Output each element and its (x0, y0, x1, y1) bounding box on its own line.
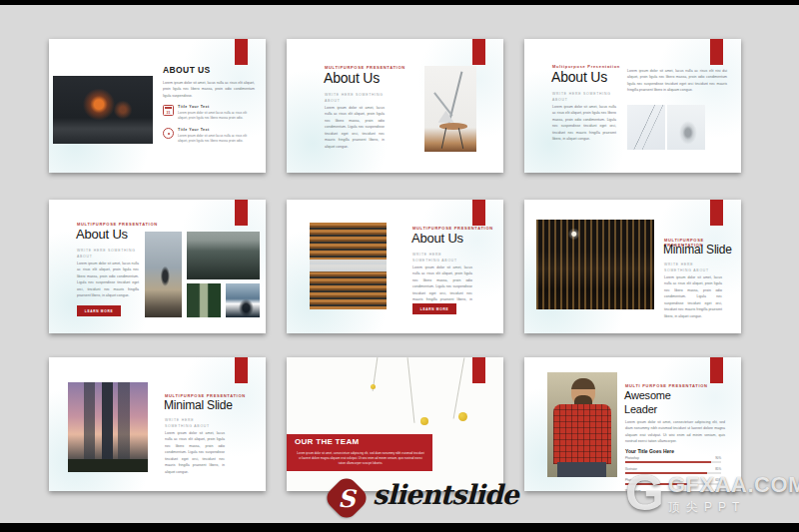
street-night-photo (53, 76, 153, 144)
slide-title: About Us (411, 232, 463, 246)
clock-icon (163, 128, 174, 139)
building-reflection-photo (310, 223, 387, 309)
flower-head (420, 417, 428, 425)
slide-title: Awesome Leader (624, 389, 686, 417)
skills-heading: Your Title Goes Here (625, 448, 674, 454)
logo-letter: S (330, 481, 364, 515)
slide-thumbnail-about-us-4[interactable]: MULTIPURPOSE PRESENTATION About Us WRITE… (49, 200, 266, 333)
slide-title: OUR THE TEAM (295, 437, 360, 446)
feature-item: 31 Title Your Text Lorem ipsum dolor sit… (163, 105, 257, 121)
skill-bar-fill (625, 461, 711, 463)
foggy-forest-photo (187, 232, 260, 279)
feature-item: Title Your Text Lorem ipsum dolor sit am… (163, 128, 257, 144)
red-accent-tab (710, 39, 723, 65)
flower-head (458, 412, 467, 421)
slide-title: About Us (324, 71, 380, 86)
plaid-shirt-man-photo (547, 372, 617, 477)
slide-thumbnail-about-us-2[interactable]: MULTIPURPOSE PRESENTATION About Us WRITE… (287, 39, 503, 173)
slide-body-text: Lorem ipsum dolor sit amet, lacus nulla … (664, 274, 722, 319)
red-accent-tab (235, 357, 248, 383)
red-accent-tab (710, 357, 723, 383)
slide-title: ABOUT US (163, 65, 211, 75)
slide-thumbnail-our-the-team[interactable]: OUR THE TEAM Lorem ipsum dolor sit amet,… (287, 357, 503, 491)
watermark-tagline: 顶尖PPT (668, 499, 799, 516)
learn-more-button: LEARN MORE (412, 303, 456, 314)
slide-subtitle: WRITE HERE SOMETHING ABOUT (664, 262, 719, 274)
calendar-day: 31 (167, 111, 171, 115)
slide-thumbnail-minimal-slide-1[interactable]: MULTIPURPOSE PRESENTATION Minimal Slide … (524, 200, 741, 333)
slide-subtitle: WRITE HERE SOMETHING ABOUT (325, 92, 387, 105)
slide-title: Minimal Slide (663, 244, 732, 257)
slide-thumbnail-about-us-5[interactable]: MULTIPURPOSE PRESENTATION About Us WRITE… (287, 200, 503, 333)
surfer-photo (145, 232, 182, 317)
skill-label: Photoshop (625, 456, 639, 460)
night-skyline-photo (536, 220, 654, 309)
slientslide-logo-icon: S (323, 474, 371, 522)
ski-lift-snow-photo (627, 105, 665, 150)
slide-title: About Us (76, 228, 128, 242)
slide-body-text: Lorem ipsum dolor sit amet, consectetuer… (625, 419, 725, 445)
feature-text: Lorem ipsum dolor sit amet lacus nulla a… (178, 134, 257, 145)
plaid-shirt (553, 404, 612, 465)
lamp-stool-photo (424, 66, 476, 152)
watermark-site: GFXAA.COM (668, 472, 799, 498)
top-black-bar (0, 0, 799, 5)
feature-text: Lorem ipsum dolor sit amet lacus nulla a… (178, 111, 257, 122)
red-accent-tab (472, 39, 485, 65)
red-accent-tab (472, 200, 485, 226)
slide-subtitle: WRITE HERE SOMETHING ABOUT (552, 91, 614, 104)
slide-subtitle: WRITE HERE SOMETHING ABOUT (77, 248, 139, 261)
stool-top (439, 123, 468, 130)
bottom-black-bar (0, 523, 799, 532)
slide-title: About Us (551, 70, 607, 85)
feature-heading: Title Your Text (178, 128, 257, 132)
slide-body-text: Lorem ipsum dolor sit amet, lacus nulla … (163, 80, 255, 99)
lamp-arm (433, 93, 452, 117)
snowy-tree-photo (667, 105, 705, 150)
flower-stem (453, 357, 465, 418)
slide-body-text: Lorem ipsum dolor sit amet, lacus nulla … (552, 104, 616, 143)
slide-body-text: Lorem ipsum dolor sit amet, consectetuer… (297, 451, 424, 467)
flower-stem (407, 357, 415, 423)
jeans (557, 462, 606, 477)
slide-subtitle: WRITE HERE SOMETHING ABOUT (412, 252, 470, 265)
watermark: G GFXAA.COM 顶尖PPT (625, 471, 799, 516)
slide-thumbnail-about-us-1[interactable]: ABOUT US Lorem ipsum dolor sit amet, lac… (49, 39, 266, 173)
slide-subtitle: WRITE HERE SOMETHING ABOUT (165, 417, 220, 430)
stool-leg (458, 128, 464, 148)
slide-title: Minimal Slide (164, 399, 233, 412)
slide-body-text-right: Lorem ipsum dolor sit amet, lacus nulla … (627, 68, 727, 94)
flower-head (371, 384, 376, 389)
red-accent-tab (710, 200, 723, 226)
gfxaa-logo-icon: G (625, 471, 664, 516)
slide-thumbnail-about-us-3[interactable]: Multipurpose Presentation About Us WRITE… (524, 39, 741, 173)
skill-row: Photoshop90% (625, 456, 721, 463)
team-title-banner: OUR THE TEAM Lorem ipsum dolor sit amet,… (287, 434, 432, 471)
template-preview-poster: ABOUT US Lorem ipsum dolor sit amet, lac… (0, 0, 799, 532)
skill-bar-track (625, 461, 721, 463)
slide-body-text: Lorem ipsum dolor sit amet, lacus nulla … (325, 105, 385, 150)
feature-heading: Title Your Text (178, 105, 257, 109)
calendar-icon: 31 (163, 105, 174, 116)
green-path-photo (187, 283, 221, 317)
stool-leg (441, 128, 447, 148)
red-accent-tab (235, 39, 248, 65)
skill-percent: 90% (715, 456, 721, 460)
learn-more-button: LEARN MORE (77, 305, 121, 316)
slide-body-text: Lorem ipsum dolor sit amet, lacus nulla … (77, 261, 139, 299)
brand-name: slientslide (373, 479, 518, 510)
sunset-skyscraper-photo (68, 382, 148, 472)
slide-kicker: MULTI PURPOSE PRESENTATION (625, 383, 708, 388)
ocean-rocks-photo (226, 283, 260, 317)
slide-body-text: Lorem ipsum dolor sit amet, lacus nulla … (165, 430, 225, 475)
slide-thumbnail-minimal-slide-2[interactable]: MULTIPURPOSE PRESENTATION Minimal Slide … (49, 357, 266, 491)
red-accent-tab (472, 357, 485, 383)
red-accent-tab (235, 200, 248, 226)
